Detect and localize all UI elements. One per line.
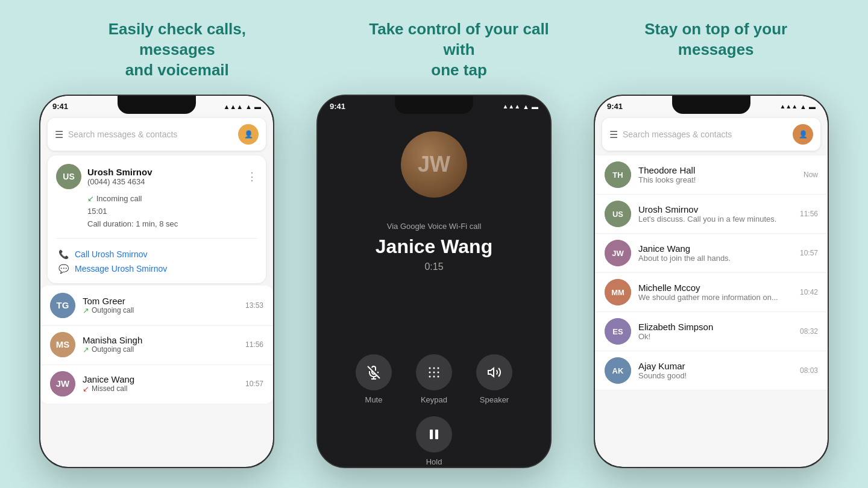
message-action-btn[interactable]: 💬 Message Urosh Smirnov: [56, 260, 257, 275]
avatar-elizabeth: ES: [605, 318, 631, 345]
phone-2: 9:41 ▲▲▲ ▲ ▬ JW Via Google Voice Wi-Fi c…: [316, 95, 552, 468]
name-theodore: Theodore Hall: [638, 165, 796, 175]
signal-icon-3: ▲▲▲: [779, 103, 797, 110]
notch-1: [118, 96, 196, 114]
svg-point-3: [429, 368, 431, 369]
info-janice: Janice Wang ↙ Missed call: [83, 374, 238, 393]
avatar-michelle: MM: [605, 279, 631, 305]
status-time-3: 9:41: [607, 102, 623, 111]
search-bar-3[interactable]: ☰ Search messages & contacts 👤: [602, 118, 820, 151]
notch-2: [395, 96, 473, 114]
name-michelle: Michelle Mccoy: [638, 283, 793, 293]
search-bar-1[interactable]: ☰ Search messages & contacts 👤: [48, 118, 266, 151]
hold-button[interactable]: [416, 416, 452, 452]
hold-label: Hold: [426, 457, 442, 466]
user-avatar-3[interactable]: 👤: [793, 124, 813, 145]
signal-icon: ▲▲▲: [223, 103, 243, 110]
keypad-label: Keypad: [421, 395, 447, 404]
hamburger-icon-1[interactable]: ☰: [55, 129, 63, 140]
notch-3: [672, 96, 750, 114]
info-elizabeth: Elizabeth Simpson Ok!: [638, 322, 793, 341]
wifi-icon-3: ▲: [800, 103, 807, 110]
caller-name: Janice Wang: [376, 236, 492, 258]
sub-tom: ↗ Outgoing call: [83, 306, 238, 315]
status-icons-2: ▲▲▲ ▲ ▬: [502, 103, 538, 110]
name-tom: Tom Greer: [83, 296, 238, 306]
status-time-2: 9:41: [330, 102, 345, 111]
speaker-label: Speaker: [480, 395, 509, 404]
contact-info: Urosh Smirnov (0044) 435 4634: [87, 167, 241, 186]
preview-theodore: This looks great!: [638, 175, 796, 184]
time-tom: 13:53: [245, 301, 263, 310]
msg-item-janice-msg[interactable]: JW Janice Wang About to join the all han…: [595, 234, 828, 273]
call-via-text: Via Google Voice Wi-Fi call: [387, 222, 482, 231]
avatar-janice-msg: JW: [605, 240, 631, 266]
avatar-tom: TG: [50, 293, 75, 318]
more-icon[interactable]: ⋮: [247, 170, 257, 183]
svg-point-10: [433, 376, 435, 378]
wifi-icon: ▲: [245, 103, 252, 110]
info-michelle: Michelle Mccoy We should gather more inf…: [638, 283, 793, 302]
speaker-icon: [476, 354, 512, 390]
phone-1: 9:41 ▲▲▲ ▲ ▬ ☰ Search messages & contact…: [39, 95, 274, 468]
svg-point-6: [429, 372, 431, 374]
mute-icon: [356, 354, 392, 390]
keypad-button[interactable]: Keypad: [416, 354, 452, 404]
info-urosh: Urosh Smirnov Let's discuss. Call you in…: [638, 204, 793, 224]
msg-item-michelle[interactable]: MM Michelle Mccoy We should gather more …: [595, 273, 828, 312]
headline-1: Easily check calls, messages and voicema…: [81, 19, 274, 80]
messages-list: TH Theodore Hall This looks great! Now U…: [595, 155, 828, 390]
outgoing-icon-tom: ↗: [83, 306, 89, 315]
svg-rect-14: [435, 430, 438, 439]
time-urosh: 11:56: [800, 210, 818, 218]
name-manisha: Manisha Singh: [83, 335, 238, 345]
svg-point-9: [429, 376, 431, 378]
list-item-tom[interactable]: TG Tom Greer ↗ Outgoing call 13:53: [40, 287, 273, 324]
msg-item-ajay[interactable]: AK Ajay Kumar Sounds good! 08:03: [595, 351, 828, 390]
status-icons-1: ▲▲▲ ▲ ▬: [223, 103, 261, 110]
call-controls: Mute Keypad: [356, 354, 512, 416]
status-time-1: 9:41: [52, 102, 68, 111]
svg-point-7: [433, 372, 435, 374]
speaker-button[interactable]: Speaker: [476, 354, 512, 404]
list-item-janice[interactable]: JW Janice Wang ↙ Missed call 10:57: [40, 364, 273, 402]
contact-name: Urosh Smirnov: [87, 167, 241, 177]
name-urosh: Urosh Smirnov: [638, 204, 793, 214]
call-screen: JW Via Google Voice Wi-Fi call Janice Wa…: [318, 113, 550, 467]
name-elizabeth: Elizabeth Simpson: [638, 322, 793, 332]
info-ajay: Ajay Kumar Sounds good!: [638, 361, 793, 380]
contact-phone: (0044) 435 4634: [87, 177, 241, 186]
msg-item-elizabeth[interactable]: ES Elizabeth Simpson Ok! 08:32: [595, 312, 828, 351]
call-timer: 0:15: [424, 261, 443, 272]
incoming-call-icon: ↙: [87, 194, 94, 203]
msg-item-theodore[interactable]: TH Theodore Hall This looks great! Now: [595, 155, 828, 195]
preview-michelle: We should gather more information on...: [638, 293, 793, 302]
hamburger-icon-3[interactable]: ☰: [609, 129, 618, 140]
signal-icon-2: ▲▲▲: [502, 103, 520, 110]
call-action-btn[interactable]: 📞 Call Urosh Smirnov: [56, 243, 257, 260]
time-elizabeth: 08:32: [800, 327, 818, 336]
mute-button[interactable]: Mute: [356, 354, 392, 404]
avatar-manisha: MS: [50, 332, 75, 357]
outgoing-icon-manisha: ↗: [83, 345, 89, 354]
caller-avatar: JW: [401, 131, 467, 198]
message-icon: 💬: [58, 264, 69, 274]
keypad-icon: [416, 354, 452, 390]
calls-list: TG Tom Greer ↗ Outgoing call 13:53: [40, 286, 273, 404]
headlines-section: Easily check calls, messages and voicema…: [0, 0, 868, 95]
svg-marker-12: [488, 368, 494, 377]
time-ajay: 08:03: [800, 366, 818, 375]
svg-point-4: [433, 368, 435, 369]
phones-row: 9:41 ▲▲▲ ▲ ▬ ☰ Search messages & contact…: [0, 95, 868, 468]
user-avatar-1[interactable]: 👤: [238, 124, 259, 145]
preview-urosh: Let's discuss. Call you in a few minutes…: [638, 214, 793, 224]
contact-row: US Urosh Smirnov (0044) 435 4634 ⋮: [56, 164, 257, 189]
call-detail: ↙ Incoming call 15:01 Call duration: 1 m…: [56, 189, 257, 233]
phone-icon: 📞: [58, 249, 69, 259]
msg-item-urosh[interactable]: US Urosh Smirnov Let's discuss. Call you…: [595, 195, 828, 234]
info-manisha: Manisha Singh ↗ Outgoing call: [83, 335, 238, 354]
search-placeholder-3: Search messages & contacts: [623, 130, 788, 139]
list-item-manisha[interactable]: MS Manisha Singh ↗ Outgoing call 11:56: [40, 325, 273, 363]
svg-point-8: [438, 372, 439, 374]
info-janice-msg: Janice Wang About to join the all hands.: [638, 243, 793, 263]
